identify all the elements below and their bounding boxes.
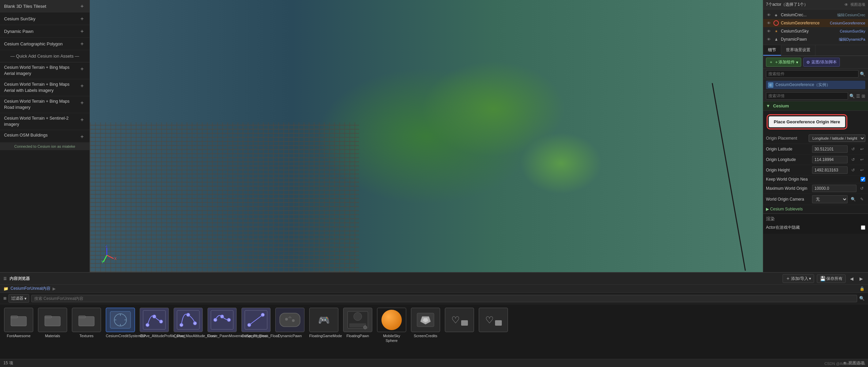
origin-latitude-reset-icon[interactable]: ↺ [850, 146, 856, 152]
search-components-bar: 🔍 [763, 69, 868, 79]
cesium-section-header[interactable]: ▼ Cesium [763, 101, 868, 111]
svg-point-41 [363, 326, 367, 329]
visibility-icon-0[interactable]: 👁 [766, 12, 771, 18]
asset-item-mobilesky[interactable]: MobileSky Sphere [376, 308, 407, 343]
asset-item-floatinggamemode[interactable]: 🎮 FloatingGameMode [309, 308, 339, 338]
actor-type-3: 编辑DynamicPa [839, 37, 865, 42]
cesium-cartographic-item[interactable]: Cesium Cartographic Polygon ＋ [0, 38, 90, 50]
cwt-bing-aerial-item[interactable]: Cesium World Terrain + Bing Maps Aerial … [0, 62, 90, 79]
cesium-sunsky-add-btn[interactable]: ＋ [79, 15, 85, 22]
visibility-icon-1[interactable]: 👁 [766, 20, 771, 26]
add-component-button[interactable]: ＋ ＋添加组件 ▾ [766, 58, 801, 67]
search-bottom-icon[interactable]: 🔍 [859, 296, 865, 301]
asset-item-curve-pawn[interactable]: Curve_PawnMovementSpeed_Float [207, 308, 237, 338]
heart1-bar [461, 320, 468, 326]
cwt-bing-road-label: Cesium World Terrain + Bing Maps Road im… [4, 99, 77, 110]
back-button[interactable]: ◀ [848, 275, 855, 282]
cwt-sentinel-item[interactable]: Cesium World Terrain + Sentinel-2 imager… [0, 113, 90, 130]
tab-world-settings[interactable]: 世界场景设置 [781, 45, 815, 56]
asset-item-curve-max[interactable]: Curve_MaxAltitude_Float [173, 308, 203, 338]
cesium-cartographic-add-btn[interactable]: ＋ [79, 40, 85, 47]
bottom-status-bar: 15 项 👁 视图选项 [0, 359, 868, 367]
cesium-sunsky-item[interactable]: Cesium SunSky ＋ [0, 13, 90, 25]
view-options-btn[interactable]: 视图选项 [850, 2, 865, 7]
component-instance-item[interactable]: C CesiumGeoreference（实例） [766, 81, 865, 89]
origin-latitude-input[interactable] [814, 147, 845, 151]
asset-label-floatingpawn: FloatingPawn [347, 333, 369, 338]
world-origin-camera-edit-icon[interactable]: ✎ [859, 196, 865, 203]
asset-item-floatingpawn[interactable]: FloatingPawn [342, 308, 373, 338]
save-all-button[interactable]: 💾 保存所有 [817, 274, 846, 283]
viewport[interactable]: X Y Z [90, 0, 763, 272]
cesium-sublevels-row[interactable]: ▶ Cesium Sublevels [763, 205, 868, 213]
search-components-input[interactable] [766, 70, 859, 78]
blueprint-button[interactable]: ⚙ 蓝图/添加脚本 [803, 58, 840, 67]
content-search-input[interactable] [31, 295, 857, 302]
cwt-bing-labels-add-btn[interactable]: ＋ [79, 82, 85, 89]
dynamic-pawn-add-btn[interactable]: ＋ [79, 28, 85, 35]
asset-item-fontawesome[interactable]: FontAwesome [3, 308, 34, 338]
blueprint-gear-icon: ⚙ [806, 60, 810, 65]
search-details-input[interactable] [766, 92, 848, 100]
origin-height-reset-icon[interactable]: ↺ [850, 167, 856, 174]
cwt-bing-road-item[interactable]: Cesium World Terrain + Bing Maps Road im… [0, 96, 90, 113]
item-count-label: 15 项 [3, 360, 840, 366]
actor-row-cesiумcre[interactable]: 👁 ◈ CesiumCrec... 编辑CesiumCrec [763, 11, 868, 19]
cwt-bing-road-add-btn[interactable]: ＋ [79, 99, 85, 106]
curve-icon-pawn [210, 310, 234, 330]
origin-height-link-icon[interactable]: ↩ [859, 167, 865, 174]
asset-label-curve-progress: Curve_Progress_Float [241, 333, 271, 338]
world-origin-camera-search-icon[interactable]: 🔍 [850, 196, 856, 203]
visibility-icon-3[interactable]: 👁 [766, 37, 771, 42]
cwt-bing-aerial-add-btn[interactable]: ＋ [79, 65, 85, 72]
view-options-icon[interactable]: 👁 [844, 2, 848, 7]
blank-3d-tiles-item[interactable]: Blank 3D Tiles Tileset ＋ [0, 0, 90, 13]
origin-height-input[interactable] [814, 168, 845, 172]
add-import-button[interactable]: ＋ 添加/导入 ▾ [783, 274, 814, 283]
origin-longitude-reset-icon[interactable]: ↺ [850, 156, 856, 163]
asset-item-dynamicpawn[interactable]: DynamicPawn [275, 308, 305, 338]
asset-item-heart2[interactable]: ♡ [478, 308, 509, 333]
cwt-sentinel-add-btn[interactable]: ＋ [79, 116, 85, 123]
actor-hidden-checkbox[interactable] [861, 225, 865, 230]
world-origin-camera-dropdown[interactable]: 无 [812, 195, 848, 203]
cwt-bing-labels-item[interactable]: Cesium World Terrain + Bing Maps Aerial … [0, 79, 90, 96]
visibility-icon-2[interactable]: 👁 [766, 28, 771, 34]
dynamic-pawn-item[interactable]: Dynamic Pawn ＋ [0, 25, 90, 38]
filter-dropdown-icon: ▾ [24, 296, 26, 301]
path-text[interactable]: CesiumForUnreal内容 [11, 286, 51, 291]
actor-row-dynamicpawn[interactable]: 👁 ♟ DynamicPawn 编辑DynamicPa [763, 35, 868, 43]
cesium-osm-add-btn[interactable]: ＋ [79, 133, 85, 140]
actor-row-sunsky[interactable]: 👁 ☀ CesiumSunSky CesiumSunSky [763, 27, 868, 35]
max-world-origin-input[interactable] [814, 186, 854, 191]
list-view-icon[interactable]: ☰ [856, 94, 860, 99]
forward-button[interactable]: ▶ [858, 275, 865, 282]
cesium-sunsky-label: Cesium SunSky [4, 16, 35, 21]
asset-item-curve-alt[interactable]: Curve_AltitudeProfile_Float [139, 308, 170, 338]
asset-thumb-materials [38, 308, 67, 332]
asset-item-textures[interactable]: Textures [71, 308, 102, 338]
actor-row-georeference[interactable]: 👁 CesiumGeoreference CesiumGeoreference [763, 19, 868, 27]
keep-world-origin-checkbox[interactable] [861, 177, 865, 182]
origin-placement-dropdown[interactable]: Longitude / latitude / height [809, 135, 865, 142]
grid-view-icon[interactable]: ⊞ [862, 94, 865, 99]
origin-longitude-input[interactable] [814, 157, 845, 162]
origin-latitude-link-icon[interactable]: ↩ [859, 146, 865, 152]
asset-thumb-mobilesky [377, 308, 406, 332]
path-lock-icon[interactable]: 🔒 [860, 286, 865, 291]
asset-item-curve-progress[interactable]: Curve_Progress_Float [241, 308, 271, 338]
asset-item-materials[interactable]: Materials [37, 308, 68, 338]
place-georeference-origin-button[interactable]: Place Georeference Origin Here [769, 116, 845, 127]
max-world-origin-reset-icon[interactable]: ↺ [859, 185, 865, 192]
asset-item-screencredits[interactable]: ScreenCredits [410, 308, 441, 338]
blank-3d-tiles-add-btn[interactable]: ＋ [79, 3, 85, 9]
cesium-osm-item[interactable]: Cesium OSM Buildings ＋ [0, 130, 90, 143]
cesium-cartographic-label: Cesium Cartographic Polygon [4, 41, 63, 46]
filter-button[interactable]: 过滤器 ▾ [8, 294, 29, 303]
asset-item-heart1[interactable]: ♡ [444, 308, 475, 333]
tab-detail[interactable]: 细节 [763, 45, 781, 56]
origin-longitude-link-icon[interactable]: ↩ [859, 156, 865, 163]
asset-item-cesiumcredit[interactable]: CesiumCreditSystemBP [105, 308, 136, 338]
origin-height-row: Origin Height ↺ ↩ [763, 165, 868, 176]
details-panel: 细节 世界场景设置 ＋ ＋添加组件 ▾ ⚙ 蓝图/添加脚本 🔍 [763, 45, 868, 272]
